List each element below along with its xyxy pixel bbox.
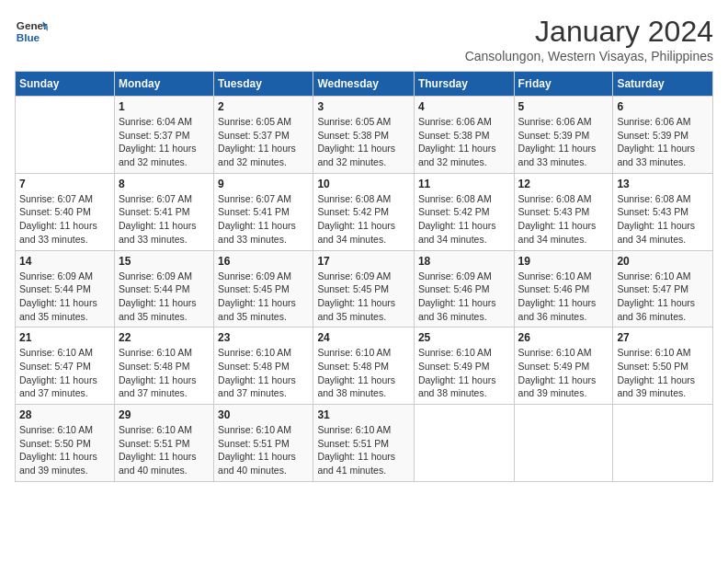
day-number: 8 [119, 178, 210, 190]
day-detail: Sunrise: 6:09 AM Sunset: 5:45 PM Dayligh… [218, 270, 309, 324]
day-number: 11 [418, 178, 510, 190]
day-number: 19 [518, 255, 609, 268]
weekday-header-cell: Tuesday [214, 72, 313, 97]
calendar-day-cell: 13Sunrise: 6:08 AM Sunset: 5:43 PM Dayli… [613, 173, 713, 250]
day-number: 12 [518, 178, 609, 190]
day-detail: Sunrise: 6:09 AM Sunset: 5:44 PM Dayligh… [19, 270, 110, 324]
calendar-day-cell: 31Sunrise: 6:10 AM Sunset: 5:51 PM Dayli… [313, 405, 415, 482]
day-detail: Sunrise: 6:10 AM Sunset: 5:51 PM Dayligh… [119, 423, 210, 477]
calendar-day-cell: 14Sunrise: 6:09 AM Sunset: 5:44 PM Dayli… [16, 250, 115, 327]
calendar-day-cell: 4Sunrise: 6:06 AM Sunset: 5:38 PM Daylig… [414, 97, 514, 174]
calendar-day-cell: 11Sunrise: 6:08 AM Sunset: 5:42 PM Dayli… [414, 173, 514, 250]
day-number: 2 [218, 100, 309, 113]
day-number: 29 [119, 408, 210, 421]
day-number: 20 [617, 255, 709, 268]
day-detail: Sunrise: 6:10 AM Sunset: 5:51 PM Dayligh… [218, 423, 309, 477]
weekday-header-cell: Thursday [414, 72, 514, 97]
day-detail: Sunrise: 6:09 AM Sunset: 5:44 PM Dayligh… [119, 270, 210, 324]
calendar-day-cell: 28Sunrise: 6:10 AM Sunset: 5:50 PM Dayli… [16, 405, 115, 482]
calendar-day-cell [16, 97, 115, 174]
calendar-day-cell: 15Sunrise: 6:09 AM Sunset: 5:44 PM Dayli… [114, 250, 213, 327]
day-detail: Sunrise: 6:10 AM Sunset: 5:51 PM Dayligh… [317, 423, 410, 477]
calendar-title: January 2024 [465, 15, 713, 49]
calendar-day-cell [613, 405, 713, 482]
calendar-day-cell: 1Sunrise: 6:04 AM Sunset: 5:37 PM Daylig… [114, 97, 213, 174]
day-number: 16 [218, 255, 309, 268]
day-detail: Sunrise: 6:10 AM Sunset: 5:48 PM Dayligh… [218, 346, 309, 400]
calendar-day-cell: 19Sunrise: 6:10 AM Sunset: 5:46 PM Dayli… [514, 250, 613, 327]
day-detail: Sunrise: 6:07 AM Sunset: 5:40 PM Dayligh… [19, 192, 110, 247]
calendar-day-cell: 29Sunrise: 6:10 AM Sunset: 5:51 PM Dayli… [114, 405, 213, 482]
day-number: 7 [19, 178, 110, 190]
calendar-day-cell: 2Sunrise: 6:05 AM Sunset: 5:37 PM Daylig… [214, 97, 313, 174]
day-detail: Sunrise: 6:10 AM Sunset: 5:48 PM Dayligh… [317, 346, 410, 400]
day-number: 17 [317, 255, 410, 268]
calendar-day-cell: 21Sunrise: 6:10 AM Sunset: 5:47 PM Dayli… [16, 327, 115, 405]
day-detail: Sunrise: 6:10 AM Sunset: 5:47 PM Dayligh… [617, 270, 709, 324]
title-area: January 2024 Cansolungon, Western Visaya… [465, 15, 713, 63]
day-detail: Sunrise: 6:10 AM Sunset: 5:46 PM Dayligh… [518, 270, 609, 324]
day-number: 15 [119, 255, 210, 268]
calendar-day-cell: 17Sunrise: 6:09 AM Sunset: 5:45 PM Dayli… [313, 250, 415, 327]
calendar-day-cell: 16Sunrise: 6:09 AM Sunset: 5:45 PM Dayli… [214, 250, 313, 327]
weekday-header-cell: Friday [514, 72, 613, 97]
header: General Blue January 2024 Cansolungon, W… [15, 15, 713, 63]
day-detail: Sunrise: 6:06 AM Sunset: 5:38 PM Dayligh… [418, 115, 510, 169]
day-number: 10 [317, 178, 410, 190]
calendar-day-cell: 25Sunrise: 6:10 AM Sunset: 5:49 PM Dayli… [414, 327, 514, 405]
day-number: 21 [19, 331, 110, 344]
calendar-day-cell: 5Sunrise: 6:06 AM Sunset: 5:39 PM Daylig… [514, 97, 613, 174]
calendar-day-cell: 24Sunrise: 6:10 AM Sunset: 5:48 PM Dayli… [313, 327, 415, 405]
calendar-week-row: 21Sunrise: 6:10 AM Sunset: 5:47 PM Dayli… [16, 327, 713, 405]
calendar-day-cell: 18Sunrise: 6:09 AM Sunset: 5:46 PM Dayli… [414, 250, 514, 327]
day-detail: Sunrise: 6:10 AM Sunset: 5:48 PM Dayligh… [119, 346, 210, 400]
calendar-week-row: 14Sunrise: 6:09 AM Sunset: 5:44 PM Dayli… [16, 250, 713, 327]
calendar-day-cell [414, 405, 514, 482]
calendar-week-row: 1Sunrise: 6:04 AM Sunset: 5:37 PM Daylig… [16, 97, 713, 174]
day-number: 13 [617, 178, 709, 190]
day-number: 25 [418, 331, 510, 344]
day-number: 23 [218, 331, 309, 344]
logo-icon: General Blue [15, 15, 48, 48]
calendar-day-cell: 8Sunrise: 6:07 AM Sunset: 5:41 PM Daylig… [114, 173, 213, 250]
weekday-header-cell: Saturday [613, 72, 713, 97]
day-detail: Sunrise: 6:09 AM Sunset: 5:46 PM Dayligh… [418, 270, 510, 324]
day-detail: Sunrise: 6:10 AM Sunset: 5:47 PM Dayligh… [19, 346, 110, 400]
day-detail: Sunrise: 6:06 AM Sunset: 5:39 PM Dayligh… [518, 115, 609, 169]
day-detail: Sunrise: 6:08 AM Sunset: 5:42 PM Dayligh… [317, 192, 410, 247]
day-detail: Sunrise: 6:05 AM Sunset: 5:37 PM Dayligh… [218, 115, 309, 169]
day-number: 22 [119, 331, 210, 344]
day-detail: Sunrise: 6:10 AM Sunset: 5:50 PM Dayligh… [617, 346, 709, 400]
day-detail: Sunrise: 6:05 AM Sunset: 5:38 PM Dayligh… [317, 115, 410, 169]
calendar-day-cell: 7Sunrise: 6:07 AM Sunset: 5:40 PM Daylig… [16, 173, 115, 250]
weekday-header-cell: Monday [114, 72, 213, 97]
calendar-day-cell: 23Sunrise: 6:10 AM Sunset: 5:48 PM Dayli… [214, 327, 313, 405]
day-detail: Sunrise: 6:08 AM Sunset: 5:42 PM Dayligh… [418, 192, 510, 247]
calendar-day-cell: 3Sunrise: 6:05 AM Sunset: 5:38 PM Daylig… [313, 97, 415, 174]
calendar-day-cell: 30Sunrise: 6:10 AM Sunset: 5:51 PM Dayli… [214, 405, 313, 482]
day-detail: Sunrise: 6:10 AM Sunset: 5:49 PM Dayligh… [518, 346, 609, 400]
day-detail: Sunrise: 6:08 AM Sunset: 5:43 PM Dayligh… [518, 192, 609, 247]
calendar-day-cell: 10Sunrise: 6:08 AM Sunset: 5:42 PM Dayli… [313, 173, 415, 250]
calendar-day-cell: 9Sunrise: 6:07 AM Sunset: 5:41 PM Daylig… [214, 173, 313, 250]
day-number: 14 [19, 255, 110, 268]
calendar-day-cell: 6Sunrise: 6:06 AM Sunset: 5:39 PM Daylig… [613, 97, 713, 174]
calendar-subtitle: Cansolungon, Western Visayas, Philippine… [465, 49, 713, 63]
calendar-day-cell: 26Sunrise: 6:10 AM Sunset: 5:49 PM Dayli… [514, 327, 613, 405]
calendar-day-cell: 27Sunrise: 6:10 AM Sunset: 5:50 PM Dayli… [613, 327, 713, 405]
calendar-day-cell: 20Sunrise: 6:10 AM Sunset: 5:47 PM Dayli… [613, 250, 713, 327]
calendar-day-cell: 12Sunrise: 6:08 AM Sunset: 5:43 PM Dayli… [514, 173, 613, 250]
calendar-week-row: 7Sunrise: 6:07 AM Sunset: 5:40 PM Daylig… [16, 173, 713, 250]
day-detail: Sunrise: 6:09 AM Sunset: 5:45 PM Dayligh… [317, 270, 410, 324]
weekday-header-row: SundayMondayTuesdayWednesdayThursdayFrid… [16, 72, 713, 97]
day-detail: Sunrise: 6:10 AM Sunset: 5:50 PM Dayligh… [19, 423, 110, 477]
day-number: 31 [317, 408, 410, 421]
day-number: 27 [617, 331, 709, 344]
day-number: 3 [317, 100, 410, 113]
weekday-header-cell: Wednesday [313, 72, 415, 97]
day-number: 5 [518, 100, 609, 113]
day-number: 24 [317, 331, 410, 344]
day-number: 30 [218, 408, 309, 421]
calendar-body: 1Sunrise: 6:04 AM Sunset: 5:37 PM Daylig… [16, 97, 713, 482]
day-number: 6 [617, 100, 709, 113]
